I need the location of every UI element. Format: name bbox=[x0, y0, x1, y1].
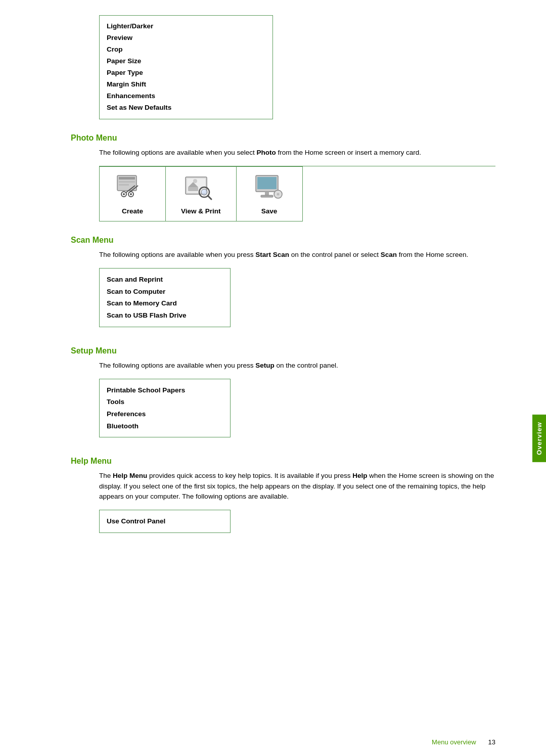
photo-menu-heading: Photo Menu bbox=[71, 134, 546, 143]
svg-rect-1 bbox=[119, 177, 135, 180]
copy-menu-item-8: Set as New Defaults bbox=[107, 102, 265, 114]
scan-desc-2: on the control panel or select bbox=[289, 251, 381, 258]
photo-desc-bold: Photo bbox=[256, 149, 276, 156]
setup-item-3: Preferences bbox=[107, 408, 223, 420]
photo-menu-description: The following options are available when… bbox=[99, 148, 495, 158]
copy-menu-item-6: Margin Shift bbox=[107, 79, 265, 91]
photo-desc-text1: The following options are available when… bbox=[99, 149, 256, 156]
setup-menu-section: Setup Menu The following options are ava… bbox=[0, 346, 546, 452]
svg-point-14 bbox=[193, 179, 197, 183]
svg-rect-12 bbox=[188, 187, 198, 191]
copy-menu-item-2: Preview bbox=[107, 32, 265, 44]
help-menu-heading: Help Menu bbox=[71, 457, 546, 466]
svg-point-9 bbox=[130, 193, 132, 195]
help-item-1: Use Control Panel bbox=[107, 515, 223, 527]
help-desc-1: The bbox=[99, 472, 113, 479]
svg-rect-19 bbox=[257, 177, 277, 189]
scan-desc-bold1: Start Scan bbox=[255, 251, 289, 258]
photo-icon-save: Save bbox=[236, 166, 302, 221]
sidebar-label: Overview bbox=[535, 422, 543, 455]
setup-menu-description: The following options are available when… bbox=[99, 361, 495, 371]
svg-point-23 bbox=[277, 193, 279, 195]
scan-item-4: Scan to USB Flash Drive bbox=[107, 309, 223, 322]
copy-menu-box: Lighter/Darker Preview Crop Paper Size P… bbox=[99, 15, 273, 119]
footer-text: Menu overview bbox=[432, 738, 476, 746]
scan-item-1: Scan and Reprint bbox=[107, 274, 223, 286]
create-icon bbox=[115, 173, 150, 203]
create-label: Create bbox=[115, 207, 150, 215]
scan-menu-heading: Scan Menu bbox=[71, 236, 546, 245]
setup-menu-heading: Setup Menu bbox=[71, 346, 546, 355]
setup-desc-1: The following options are available when… bbox=[99, 362, 255, 369]
setup-desc-bold: Setup bbox=[255, 362, 275, 369]
svg-rect-3 bbox=[119, 184, 129, 186]
help-menu-description: The Help Menu provides quick access to k… bbox=[99, 471, 495, 502]
viewprint-icon bbox=[183, 173, 218, 203]
photo-desc-text2: from the Home screen or insert a memory … bbox=[276, 149, 421, 156]
help-desc-2: provides quick access to key help topics… bbox=[147, 472, 352, 479]
scan-desc-3: from the Home screen. bbox=[397, 251, 468, 258]
photo-menu-section: Photo Menu The following options are ava… bbox=[0, 134, 546, 221]
scan-menu-description: The following options are available when… bbox=[99, 250, 495, 260]
viewprint-label: View & Print bbox=[181, 207, 221, 215]
setup-item-1: Printable School Papers bbox=[107, 384, 223, 396]
copy-menu-item-4: Paper Size bbox=[107, 56, 265, 67]
svg-rect-21 bbox=[261, 195, 273, 197]
copy-menu-item-7: Enhancements bbox=[107, 91, 265, 102]
scan-item-3: Scan to Memory Card bbox=[107, 297, 223, 309]
help-menu-box: Use Control Panel bbox=[99, 510, 231, 533]
svg-rect-2 bbox=[119, 181, 135, 183]
scan-menu-box: Scan and Reprint Scan to Computer Scan t… bbox=[99, 268, 231, 327]
copy-menu-item-5: Paper Type bbox=[107, 67, 265, 79]
setup-item-4: Bluetooth bbox=[107, 420, 223, 432]
photo-icons-table: Create View & Print bbox=[99, 166, 303, 221]
setup-desc-2: on the control panel. bbox=[275, 362, 338, 369]
svg-point-8 bbox=[123, 193, 125, 195]
sidebar-tab: Overview bbox=[532, 415, 546, 462]
help-desc-bold1: Help Menu bbox=[113, 472, 147, 479]
footer-page: 13 bbox=[488, 738, 495, 746]
scan-item-2: Scan to Computer bbox=[107, 286, 223, 298]
save-label: Save bbox=[252, 207, 287, 215]
svg-line-17 bbox=[208, 196, 211, 199]
help-desc-bold2: Help bbox=[352, 472, 367, 479]
scan-desc-bold2: Scan bbox=[381, 251, 397, 258]
page-footer: Menu overview 13 bbox=[0, 738, 546, 746]
copy-menu-item-1: Lighter/Darker bbox=[107, 21, 265, 32]
photo-icon-create: Create bbox=[100, 166, 166, 221]
save-icon bbox=[252, 173, 287, 203]
photo-icon-viewprint: View & Print bbox=[166, 166, 237, 221]
setup-menu-box: Printable School Papers Tools Preference… bbox=[99, 379, 231, 438]
svg-point-16 bbox=[201, 189, 207, 195]
page-container: Lighter/Darker Preview Crop Paper Size P… bbox=[0, 0, 546, 756]
setup-item-2: Tools bbox=[107, 396, 223, 408]
scan-desc-1: The following options are available when… bbox=[99, 251, 255, 258]
help-menu-section: Help Menu The Help Menu provides quick a… bbox=[0, 457, 546, 547]
copy-menu-item-3: Crop bbox=[107, 44, 265, 56]
scan-menu-section: Scan Menu The following options are avai… bbox=[0, 236, 546, 341]
